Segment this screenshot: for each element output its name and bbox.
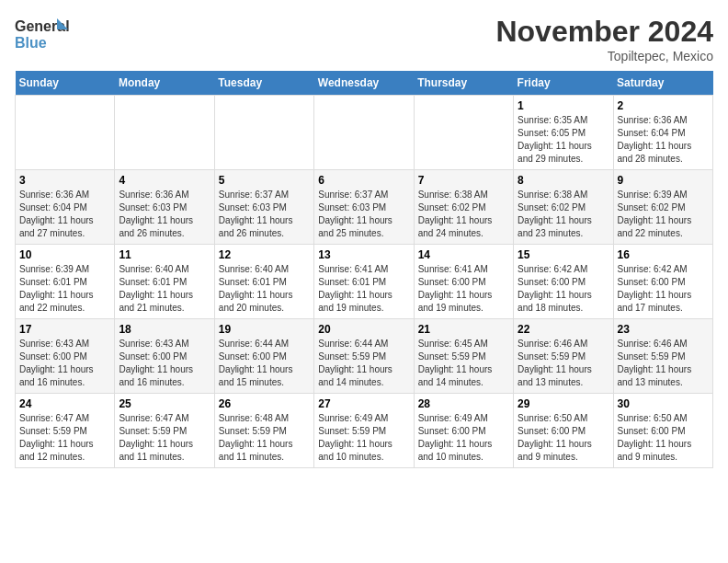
day-number: 5	[219, 174, 310, 187]
day-number: 8	[518, 174, 609, 187]
calendar-cell: 28Sunrise: 6:49 AM Sunset: 6:00 PM Dayli…	[414, 394, 513, 468]
day-number: 28	[418, 397, 509, 410]
calendar-cell	[16, 96, 115, 170]
logo: GeneralBlue	[15, 15, 70, 52]
month-title: November 2024	[495, 15, 713, 49]
day-number: 11	[119, 248, 210, 261]
day-info: Sunrise: 6:38 AM Sunset: 6:02 PM Dayligh…	[418, 189, 509, 240]
day-info: Sunrise: 6:42 AM Sunset: 6:00 PM Dayligh…	[518, 263, 609, 315]
calendar-cell	[214, 96, 313, 170]
day-number: 22	[518, 323, 609, 336]
day-number: 17	[19, 323, 110, 336]
day-number: 23	[618, 323, 709, 336]
day-info: Sunrise: 6:37 AM Sunset: 6:03 PM Dayligh…	[219, 189, 310, 240]
calendar-cell: 12Sunrise: 6:40 AM Sunset: 6:01 PM Dayli…	[214, 245, 313, 319]
day-number: 29	[518, 397, 609, 410]
day-number: 16	[618, 248, 709, 261]
day-number: 3	[19, 174, 110, 187]
day-number: 9	[618, 174, 709, 187]
day-number: 30	[618, 397, 709, 410]
weekday-header-friday: Friday	[514, 71, 613, 96]
day-info: Sunrise: 6:44 AM Sunset: 6:00 PM Dayligh…	[219, 338, 310, 389]
week-row-4: 24Sunrise: 6:47 AM Sunset: 5:59 PM Dayli…	[16, 394, 713, 468]
day-info: Sunrise: 6:43 AM Sunset: 6:00 PM Dayligh…	[19, 338, 110, 389]
calendar-cell: 5Sunrise: 6:37 AM Sunset: 6:03 PM Daylig…	[214, 170, 313, 245]
day-info: Sunrise: 6:35 AM Sunset: 6:05 PM Dayligh…	[518, 114, 609, 166]
calendar-cell: 17Sunrise: 6:43 AM Sunset: 6:00 PM Dayli…	[16, 319, 115, 394]
day-number: 2	[618, 99, 709, 112]
day-info: Sunrise: 6:45 AM Sunset: 5:59 PM Dayligh…	[418, 338, 509, 389]
calendar-cell: 15Sunrise: 6:42 AM Sunset: 6:00 PM Dayli…	[514, 245, 613, 319]
calendar-cell: 1Sunrise: 6:35 AM Sunset: 6:05 PM Daylig…	[514, 96, 613, 170]
day-info: Sunrise: 6:48 AM Sunset: 5:59 PM Dayligh…	[219, 412, 310, 464]
day-info: Sunrise: 6:36 AM Sunset: 6:04 PM Dayligh…	[618, 114, 709, 166]
title-block: November 2024 Topiltepec, Mexico	[495, 15, 713, 63]
calendar-cell: 9Sunrise: 6:39 AM Sunset: 6:02 PM Daylig…	[613, 170, 712, 245]
calendar-cell: 4Sunrise: 6:36 AM Sunset: 6:03 PM Daylig…	[115, 170, 214, 245]
day-number: 20	[318, 323, 409, 336]
day-info: Sunrise: 6:46 AM Sunset: 5:59 PM Dayligh…	[518, 338, 609, 389]
calendar-cell: 24Sunrise: 6:47 AM Sunset: 5:59 PM Dayli…	[16, 394, 115, 468]
week-row-3: 17Sunrise: 6:43 AM Sunset: 6:00 PM Dayli…	[16, 319, 713, 394]
day-info: Sunrise: 6:38 AM Sunset: 6:02 PM Dayligh…	[518, 189, 609, 240]
weekday-header-wednesday: Wednesday	[314, 71, 414, 96]
day-number: 4	[119, 174, 210, 187]
calendar-cell: 18Sunrise: 6:43 AM Sunset: 6:00 PM Dayli…	[115, 319, 214, 394]
calendar-cell: 20Sunrise: 6:44 AM Sunset: 5:59 PM Dayli…	[314, 319, 414, 394]
day-number: 26	[219, 397, 310, 410]
day-number: 12	[219, 248, 310, 261]
day-info: Sunrise: 6:47 AM Sunset: 5:59 PM Dayligh…	[19, 412, 110, 464]
day-info: Sunrise: 6:41 AM Sunset: 6:01 PM Dayligh…	[318, 263, 409, 315]
week-row-1: 3Sunrise: 6:36 AM Sunset: 6:04 PM Daylig…	[16, 170, 713, 245]
day-info: Sunrise: 6:36 AM Sunset: 6:03 PM Dayligh…	[119, 189, 210, 240]
day-number: 15	[518, 248, 609, 261]
day-info: Sunrise: 6:36 AM Sunset: 6:04 PM Dayligh…	[19, 189, 110, 240]
day-info: Sunrise: 6:39 AM Sunset: 6:01 PM Dayligh…	[19, 263, 110, 315]
day-number: 14	[418, 248, 509, 261]
calendar-cell: 8Sunrise: 6:38 AM Sunset: 6:02 PM Daylig…	[514, 170, 613, 245]
day-info: Sunrise: 6:50 AM Sunset: 6:00 PM Dayligh…	[518, 412, 609, 464]
calendar-cell: 2Sunrise: 6:36 AM Sunset: 6:04 PM Daylig…	[613, 96, 712, 170]
weekday-header-sunday: Sunday	[16, 71, 115, 96]
day-info: Sunrise: 6:41 AM Sunset: 6:00 PM Dayligh…	[418, 263, 509, 315]
page-header: GeneralBlue November 2024 Topiltepec, Me…	[15, 15, 713, 63]
calendar-cell	[414, 96, 513, 170]
calendar-cell: 14Sunrise: 6:41 AM Sunset: 6:00 PM Dayli…	[414, 245, 513, 319]
calendar-cell: 10Sunrise: 6:39 AM Sunset: 6:01 PM Dayli…	[16, 245, 115, 319]
day-info: Sunrise: 6:46 AM Sunset: 5:59 PM Dayligh…	[618, 338, 709, 389]
day-info: Sunrise: 6:37 AM Sunset: 6:03 PM Dayligh…	[318, 189, 409, 240]
day-info: Sunrise: 6:40 AM Sunset: 6:01 PM Dayligh…	[119, 263, 210, 315]
day-info: Sunrise: 6:50 AM Sunset: 6:00 PM Dayligh…	[618, 412, 709, 464]
calendar-cell: 19Sunrise: 6:44 AM Sunset: 6:00 PM Dayli…	[214, 319, 313, 394]
calendar-table: SundayMondayTuesdayWednesdayThursdayFrid…	[15, 71, 713, 468]
day-number: 18	[119, 323, 210, 336]
day-number: 7	[418, 174, 509, 187]
svg-text:Blue: Blue	[15, 35, 47, 51]
day-number: 1	[518, 99, 609, 112]
calendar-cell: 25Sunrise: 6:47 AM Sunset: 5:59 PM Dayli…	[115, 394, 214, 468]
week-row-0: 1Sunrise: 6:35 AM Sunset: 6:05 PM Daylig…	[16, 96, 713, 170]
day-number: 10	[19, 248, 110, 261]
logo-icon: GeneralBlue	[15, 15, 70, 52]
day-info: Sunrise: 6:43 AM Sunset: 6:00 PM Dayligh…	[119, 338, 210, 389]
day-info: Sunrise: 6:40 AM Sunset: 6:01 PM Dayligh…	[219, 263, 310, 315]
calendar-cell	[115, 96, 214, 170]
day-number: 25	[119, 397, 210, 410]
day-info: Sunrise: 6:47 AM Sunset: 5:59 PM Dayligh…	[119, 412, 210, 464]
calendar-cell: 11Sunrise: 6:40 AM Sunset: 6:01 PM Dayli…	[115, 245, 214, 319]
weekday-header-saturday: Saturday	[613, 71, 712, 96]
calendar-cell: 26Sunrise: 6:48 AM Sunset: 5:59 PM Dayli…	[214, 394, 313, 468]
weekday-header-row: SundayMondayTuesdayWednesdayThursdayFrid…	[16, 71, 713, 96]
calendar-cell: 16Sunrise: 6:42 AM Sunset: 6:00 PM Dayli…	[613, 245, 712, 319]
day-info: Sunrise: 6:49 AM Sunset: 5:59 PM Dayligh…	[318, 412, 409, 464]
day-info: Sunrise: 6:49 AM Sunset: 6:00 PM Dayligh…	[418, 412, 509, 464]
calendar-cell: 3Sunrise: 6:36 AM Sunset: 6:04 PM Daylig…	[16, 170, 115, 245]
day-info: Sunrise: 6:42 AM Sunset: 6:00 PM Dayligh…	[618, 263, 709, 315]
day-number: 6	[318, 174, 409, 187]
calendar-cell: 23Sunrise: 6:46 AM Sunset: 5:59 PM Dayli…	[613, 319, 712, 394]
day-info: Sunrise: 6:39 AM Sunset: 6:02 PM Dayligh…	[618, 189, 709, 240]
day-info: Sunrise: 6:44 AM Sunset: 5:59 PM Dayligh…	[318, 338, 409, 389]
day-number: 24	[19, 397, 110, 410]
calendar-cell: 21Sunrise: 6:45 AM Sunset: 5:59 PM Dayli…	[414, 319, 513, 394]
day-number: 19	[219, 323, 310, 336]
